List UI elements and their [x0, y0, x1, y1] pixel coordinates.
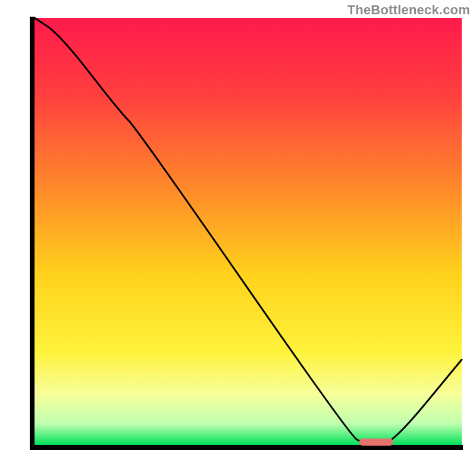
y-axis [30, 17, 35, 450]
watermark-text: TheBottleneck.com [347, 2, 470, 18]
chart-container: TheBottleneck.com [0, 0, 476, 476]
highlight-marker [359, 439, 393, 446]
x-axis [30, 445, 463, 450]
chart-svg [0, 0, 476, 476]
plot-background [35, 18, 462, 445]
